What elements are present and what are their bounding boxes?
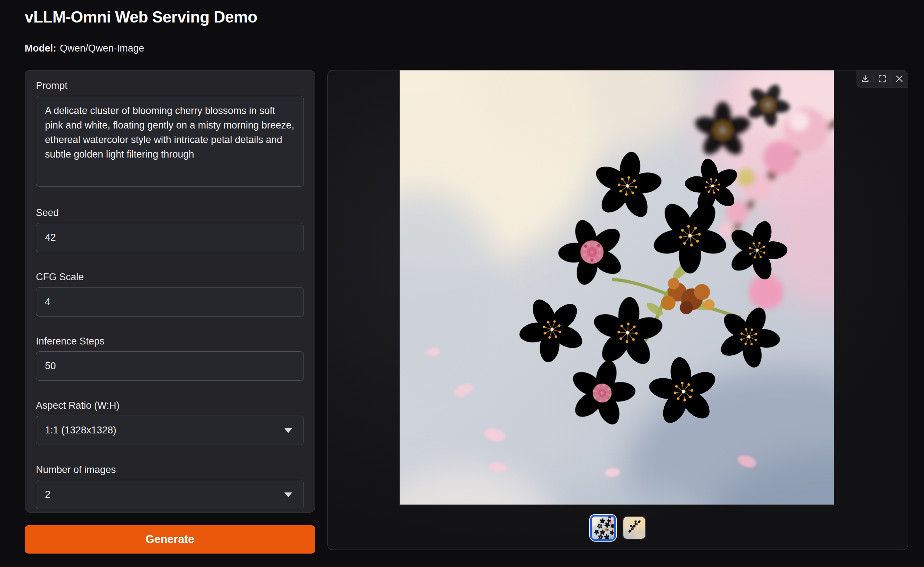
fullscreen-button[interactable] xyxy=(874,71,891,87)
num-images-group: Number of images 2 xyxy=(36,464,304,509)
model-value: Qwen/Qwen-Image xyxy=(60,43,144,54)
cfg-group: CFG Scale xyxy=(36,271,304,317)
aspect-ratio-select[interactable]: 1:1 (1328x1328) xyxy=(36,416,304,445)
settings-panel: Prompt A delicate cluster of blooming ch… xyxy=(25,70,315,513)
inference-steps-label: Inference Steps xyxy=(36,335,304,347)
num-images-value: 2 xyxy=(45,489,50,500)
output-gallery-panel xyxy=(327,70,908,550)
aspect-ratio-group: Aspect Ratio (W:H) 1:1 (1328x1328) xyxy=(36,400,304,445)
model-info: Model:Qwen/Qwen-Image xyxy=(25,43,144,54)
download-button[interactable] xyxy=(857,71,874,87)
page-title: vLLM-Omni Web Serving Demo xyxy=(25,8,257,26)
generate-button[interactable]: Generate xyxy=(25,525,315,553)
inference-steps-input[interactable] xyxy=(36,351,304,381)
cfg-scale-input[interactable] xyxy=(36,287,304,317)
image-toolbar xyxy=(856,71,908,87)
model-label: Model: xyxy=(25,43,56,54)
seed-input[interactable] xyxy=(36,223,304,252)
generated-image[interactable] xyxy=(400,71,834,505)
num-images-label: Number of images xyxy=(36,464,304,475)
close-icon xyxy=(895,74,904,83)
aspect-ratio-value: 1:1 (1328x1328) xyxy=(45,425,116,436)
seed-label: Seed xyxy=(36,207,304,218)
cfg-scale-label: CFG Scale xyxy=(36,271,304,283)
chevron-down-icon xyxy=(284,492,292,497)
thumbnail-cherry-blossom-cluster[interactable] xyxy=(590,515,616,541)
gallery-thumbnails xyxy=(590,515,646,541)
thumbnail-cherry-blossom-branch[interactable] xyxy=(622,516,646,539)
close-button[interactable] xyxy=(891,71,908,87)
steps-group: Inference Steps xyxy=(36,335,304,381)
fullscreen-icon xyxy=(878,74,887,83)
aspect-ratio-label: Aspect Ratio (W:H) xyxy=(36,400,304,411)
download-icon xyxy=(861,74,870,83)
prompt-group: Prompt A delicate cluster of blooming ch… xyxy=(36,80,304,188)
chevron-down-icon xyxy=(284,428,292,433)
prompt-input[interactable]: A delicate cluster of blooming cherry bl… xyxy=(36,96,304,186)
prompt-label: Prompt xyxy=(36,80,304,92)
seed-group: Seed xyxy=(36,207,304,252)
num-images-select[interactable]: 2 xyxy=(36,480,304,509)
